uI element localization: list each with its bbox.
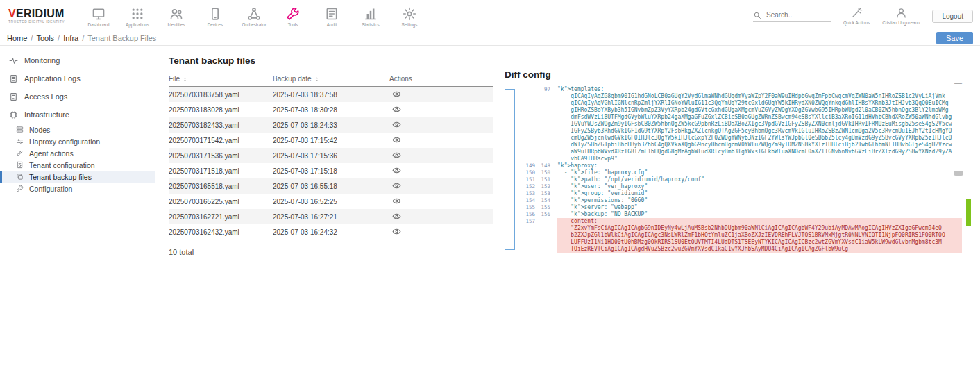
nav-item-label: Settings: [402, 22, 418, 27]
diff-line-text: - "k">file: "haproxy.cfg": [557, 169, 962, 176]
monitoring-icon: [9, 56, 18, 65]
sidebar-item-nodes[interactable]: Nodes: [0, 124, 155, 135]
diff-new-line-number: [535, 121, 550, 128]
breadcrumb-link-tools[interactable]: Tools: [36, 34, 54, 42]
diff-line: cmUgZW5jcnlwdGVkIGF0IHJlc3QgYW5kIHJlcGxp…: [520, 135, 962, 142]
diff-new-line-number: 97: [535, 86, 550, 93]
sort-icon[interactable]: [183, 76, 187, 83]
diff-old-line-number: 151: [520, 176, 535, 183]
sidebar-item-application-logs[interactable]: Application Logs: [0, 69, 155, 87]
view-backup-button[interactable]: [392, 181, 401, 190]
search-input[interactable]: [766, 11, 823, 19]
backup-file-name: 20250703171518.yaml: [169, 167, 273, 175]
sidebar-item-access-logs[interactable]: Access Logs: [0, 87, 155, 106]
diff-old-line-number: [520, 149, 535, 156]
sidebar-item-monitoring[interactable]: Monitoring: [0, 51, 155, 69]
nav-item-settings[interactable]: Settings: [390, 6, 429, 27]
column-header-backup-date[interactable]: Backup date: [273, 75, 389, 83]
view-backup-button[interactable]: [392, 227, 401, 236]
view-backup-button[interactable]: [392, 212, 401, 221]
veridium-logo[interactable]: VERIDIUM TRUSTED DIGITAL IDENTITY: [6, 8, 79, 24]
diff-line-text: "k">server: "webapp": [557, 204, 962, 211]
sidebar-item-label: Infrastructure: [24, 110, 69, 119]
view-backup-button[interactable]: [392, 105, 401, 114]
diff-line-text: TOiEzREVTCiAgICAgICAgdHVuZSBzc2wuZGVmYXV…: [557, 246, 962, 253]
application-logs-icon: [9, 74, 18, 83]
backup-file-name: 20250703162432.yaml: [169, 228, 273, 236]
diff-new-line-number: [535, 100, 550, 107]
brand-tagline: TRUSTED DIGITAL IDENTITY: [8, 21, 79, 24]
diff-line: 149149"k">haproxy:: [520, 162, 962, 169]
sidebar-item-agent-actions[interactable]: Agent actions: [0, 147, 155, 159]
nav-item-tools[interactable]: Tools: [273, 6, 312, 27]
user-name: Cristian Ungureanu: [882, 20, 920, 25]
diff-line-text: - content:: [557, 218, 962, 225]
diff-gutter-box: [505, 89, 515, 250]
brand-v-mark: V: [8, 8, 16, 19]
diff-old-line-number: [520, 114, 535, 121]
view-backup-button[interactable]: [392, 90, 401, 99]
devices-icon: [208, 7, 222, 21]
column-header-file-label: File: [169, 75, 180, 83]
breadcrumb-link-infra[interactable]: Infra: [63, 34, 78, 42]
diff-new-line-number: 154: [535, 197, 550, 204]
sidebar-item-tenant-backup-files[interactable]: Tenant backup files: [0, 171, 155, 183]
nav-item-statistics[interactable]: Statistics: [351, 6, 390, 27]
diff-old-line-number: [520, 107, 535, 114]
view-backup-button[interactable]: [392, 196, 401, 205]
nav-item-orchestrator[interactable]: Orchestrator: [235, 6, 273, 27]
column-header-file[interactable]: File: [169, 75, 273, 83]
sidebar-item-haproxy-configuration[interactable]: Haproxy configuration: [0, 135, 155, 147]
diff-panel-title: Diff config: [505, 69, 972, 80]
sidebar-item-tenant-configuration[interactable]: Tenant configuration: [0, 159, 155, 171]
nav-item-identities[interactable]: Identities: [157, 6, 196, 27]
column-header-actions: Actions: [389, 75, 493, 83]
diff-new-line-number: 152: [535, 183, 550, 190]
diff-line: IGVuYWJsZWQgZm9yIGFsbCB0ZW5hbnQgZW5kcG9p…: [520, 121, 962, 128]
configuration-icon: [16, 185, 24, 192]
sidebar-item-label: Configuration: [29, 185, 72, 193]
user-menu[interactable]: Cristian Ungureanu: [882, 7, 920, 25]
dashboard-icon: [92, 7, 105, 21]
diff-old-line-number: [520, 142, 535, 149]
diff-new-line-number: [535, 218, 550, 225]
backup-files-panel: Tenant backup files File Backup date Act…: [169, 56, 495, 385]
quick-actions-button[interactable]: Quick Actions: [843, 7, 870, 25]
logout-button[interactable]: Logout: [932, 10, 973, 23]
diff-line-text: cmUgZW5jcnlwdGVkIGF0IHJlc3QgYW5kIHJlcGxp…: [557, 135, 962, 142]
view-backup-button[interactable]: [392, 166, 401, 175]
backup-date: 2025-07-03 18:30:28: [273, 106, 389, 114]
nav-item-label: Statistics: [362, 22, 379, 27]
view-backup-button[interactable]: [392, 135, 401, 144]
breadcrumb-link-home[interactable]: Home: [7, 34, 27, 42]
view-backup-button[interactable]: [392, 120, 401, 129]
settings-icon: [403, 7, 416, 21]
collapse-diff-icon[interactable]: —: [954, 81, 962, 85]
sidebar-item-configuration[interactable]: Configuration: [0, 183, 155, 194]
diff-line: 156156 "k">backup: "NO_BACKUP": [520, 211, 962, 218]
nodes-icon: [16, 126, 24, 133]
diff-new-line-number: [535, 114, 550, 121]
diff-line: gICAgIyAgZG8gbm90IG1hdGNoLCB0aGUgY2VydGl…: [520, 93, 962, 100]
nav-item-applications[interactable]: Applications: [118, 6, 157, 27]
table-row: 20250703171518.yaml2025-07-03 17:15:18: [169, 163, 493, 178]
table-row: 20250703162432.yaml2025-07-03 16:24:32: [169, 224, 493, 240]
magic-wand-icon: [851, 7, 863, 19]
backup-file-name: 20250703165225.yaml: [169, 198, 273, 205]
save-button[interactable]: Save: [936, 32, 973, 44]
diff-scrollbar-thumb[interactable]: [954, 171, 963, 176]
diff-old-line-number: 156: [520, 211, 535, 218]
diff-line: gIHRoZSBoYXByb3h5IGNvbmZpZ3VyYXRpb24gdGV…: [520, 107, 962, 114]
nav-item-audit[interactable]: Audit: [312, 6, 351, 27]
nav-item-dashboard[interactable]: Dashboard: [79, 6, 118, 27]
sort-icon[interactable]: [314, 76, 319, 83]
nav-item-devices[interactable]: Devices: [196, 6, 235, 27]
nav-item-label: Devices: [208, 22, 223, 27]
brand-text: VERIDIUM: [8, 8, 79, 19]
diff-old-line-number: 150: [520, 169, 535, 176]
diff-line-text: "k">haproxy:: [557, 162, 962, 169]
sidebar-item-infrastructure[interactable]: Infrastructure: [0, 106, 155, 124]
diff-line: 154154 "k">permissions: "0660": [520, 197, 962, 204]
view-backup-button[interactable]: [392, 151, 401, 160]
diff-old-line-number: [520, 93, 535, 100]
